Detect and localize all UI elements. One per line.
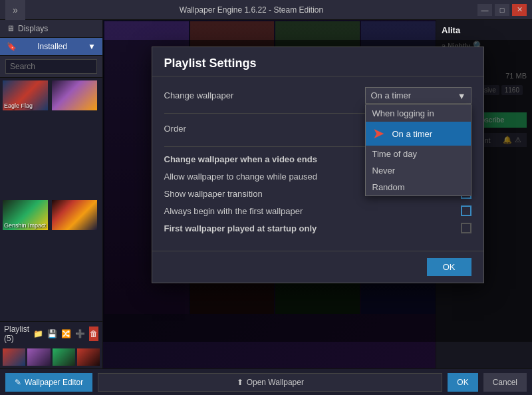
modal-footer: OK [152,251,483,283]
list-item[interactable] [52,80,97,110]
checkbox-row-4: Always begin with the first wallpaper [164,205,471,216]
title-bar: » Wallpaper Engine 1.6.22 - Steam Editio… [0,0,532,20]
change-wallpaper-label: Change wallpaper [164,90,234,100]
list-item[interactable] [52,200,97,230]
dropdown-option-random[interactable]: Random [366,179,471,196]
right-panel: Alita a Nightly 🔍 ★★★ Size: 71 MB Audio … [103,20,532,368]
installed-label: Installed [37,42,67,51]
search-bar [0,56,102,78]
open-icon: ⬆ [237,378,243,387]
displays-label: Displays [18,24,48,33]
playlist-bar: Playlist (5) 📁 💾 🔀 ➕ 🗑 [0,321,102,346]
checkbox-begin-first[interactable] [461,205,471,216]
dropdown-option-time-of-day[interactable]: Time of day [366,146,471,162]
change-wallpaper-row: Change wallpaper On a timer ▼ When loggi… [164,87,471,104]
wallpaper-label: Eagle Flag [4,102,33,109]
checkbox-label-3: Show wallpaper transition [164,189,263,199]
installed-button[interactable]: 🔖 Installed ▼ [0,38,102,56]
folder-icon[interactable]: 📁 [33,329,43,338]
share-icon[interactable]: 🔀 [61,329,71,338]
selection-arrow: ➤ [372,125,384,142]
app-title: Wallpaper Engine 1.6.22 - Steam Edition [25,5,477,15]
modal-title: Playlist Settings [164,57,471,70]
modal-header: Playlist Settings [152,47,483,76]
wallpaper-label: Genshin Impact [4,222,46,229]
displays-tab[interactable]: 🖥 Displays [0,20,102,38]
checkbox-label-5: First wallpaper played at startup only [164,223,317,233]
dropdown-option-never[interactable]: Never [366,162,471,179]
add-icon[interactable]: ➕ [75,329,85,338]
monitor-icon: 🖥 [7,24,15,33]
dropdown-option-when-logging-in[interactable]: When logging in [366,105,471,122]
editor-icon: ✎ [15,378,21,387]
playlist-thumbnails [0,346,102,368]
modal-body: Change wallpaper On a timer ▼ When loggi… [152,76,483,251]
change-wallpaper-select[interactable]: On a timer [365,87,471,104]
dropdown-option-on-a-timer[interactable]: ➤ On a timer [366,122,471,146]
list-item[interactable]: Genshin Impact [3,200,48,230]
checkbox-row-5: First wallpaper played at startup only [164,223,471,233]
bookmark-icon: 🔖 [7,42,17,51]
search-input[interactable] [5,59,97,74]
open-wallpaper-button[interactable]: ⬆ Open Wallpaper [98,373,442,392]
sidebar: 🖥 Displays 🔖 Installed ▼ Eagle Flag Gens… [0,20,103,368]
playlist-label: Playlist (5) [4,325,29,343]
change-wallpaper-dropdown: When logging in ➤ On a timer Time of day… [365,104,471,196]
main-layout: 🖥 Displays 🔖 Installed ▼ Eagle Flag Gens… [0,20,532,368]
list-item[interactable] [3,348,25,366]
checkbox-label-4: Always begin with the first wallpaper [164,206,303,216]
order-label: Order [164,124,186,134]
maximize-button[interactable]: □ [495,4,509,16]
list-item[interactable] [77,348,100,366]
minimize-button[interactable]: — [477,4,492,16]
list-item[interactable] [27,348,50,366]
save-icon[interactable]: 💾 [47,329,57,338]
list-item[interactable]: Eagle Flag [3,80,48,110]
modal-overlay: Playlist Settings Change wallpaper On a … [103,40,532,342]
wallpaper-preview-area: Alita a Nightly 🔍 ★★★ Size: 71 MB Audio … [103,20,532,368]
window-controls: — □ ✕ [477,4,527,16]
checkbox-label-1: Change wallpaper when a video ends [164,154,317,164]
chevron-down-icon: ▼ [88,42,96,51]
change-wallpaper-select-wrapper: On a timer ▼ When logging in ➤ On a time… [365,87,471,104]
checkbox-startup-only[interactable] [461,223,471,233]
wallpaper-grid: Eagle Flag Genshin Impact [0,78,102,321]
list-item[interactable] [53,348,75,366]
ok-button[interactable]: OK [448,373,477,392]
expander-button[interactable]: » [5,0,25,20]
cancel-button[interactable]: Cancel [483,373,527,392]
wallpaper-title: Alita [442,25,527,35]
modal-ok-button[interactable]: OK [427,258,471,276]
close-button[interactable]: ✕ [512,4,527,16]
checkbox-label-2: Allow wallpaper to change while paused [164,172,318,182]
bottom-bar: ✎ Wallpaper Editor ⬆ Open Wallpaper OK C… [0,368,532,395]
wallpaper-editor-button[interactable]: ✎ Wallpaper Editor [5,373,92,392]
delete-playlist-button[interactable]: 🗑 [89,327,98,341]
playlist-settings-dialog: Playlist Settings Change wallpaper On a … [152,47,484,283]
